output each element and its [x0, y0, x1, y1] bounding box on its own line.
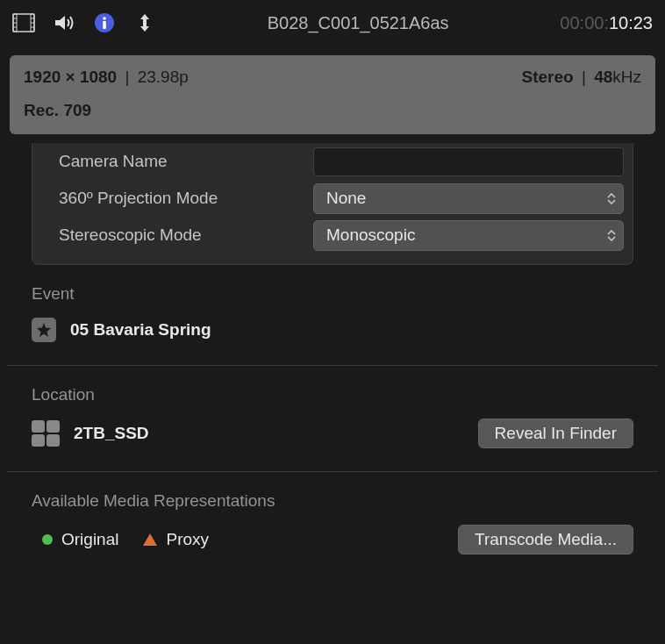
camera-name-row: Camera Name [32, 143, 633, 180]
sample-rate-unit: kHz [612, 68, 641, 86]
clip-title: B028_C001_0521A6as [156, 13, 560, 33]
location-section-title: Location [32, 385, 633, 404]
stereoscopic-mode-label: Stereoscopic Mode [41, 225, 313, 245]
drive-icon [32, 420, 60, 447]
event-section-title: Event [32, 284, 633, 304]
video-format-label: 1920 × 1080 | 23.98p [24, 68, 189, 87]
audio-format-label: Stereo | 48kHz [521, 68, 641, 87]
timecode-inactive: 00:00: [560, 13, 609, 32]
banner-row-1: 1920 × 1080 | 23.98p Stereo | 48kHz [10, 55, 655, 92]
event-section: Event 05 Bavaria Spring [0, 265, 665, 365]
audio-mode-value: Stereo [521, 68, 573, 86]
frame-rate-value: 23.98p [138, 68, 189, 86]
media-reps-list: Original Proxy [32, 530, 209, 549]
location-value-row: 2TB_SSD [32, 420, 149, 447]
chevron-up-down-icon [607, 193, 616, 204]
svg-point-10 [103, 17, 106, 20]
media-reps-title: Available Media Representations [32, 491, 633, 511]
color-space-label: Rec. 709 [10, 92, 655, 134]
info-tab-icon[interactable] [93, 11, 116, 34]
proxy-label: Proxy [166, 530, 209, 549]
location-name: 2TB_SSD [74, 424, 149, 443]
stereoscopic-mode-select[interactable]: Monoscopic [313, 220, 624, 251]
share-tab-icon[interactable] [133, 11, 156, 34]
timecode-display: 00:00:10:23 [560, 13, 653, 33]
projection-mode-row: 360º Projection Mode None [32, 180, 633, 217]
original-label: Original [61, 530, 118, 549]
transcode-media-button[interactable]: Transcode Media... [458, 525, 633, 555]
timecode-active: 10:23 [609, 13, 653, 32]
reveal-in-finder-button[interactable]: Reveal In Finder [478, 419, 633, 448]
event-value-row: 05 Bavaria Spring [32, 318, 211, 342]
status-warning-icon [143, 533, 157, 546]
svg-rect-11 [103, 21, 106, 29]
sample-rate-number: 48 [594, 68, 612, 86]
clip-info-banner: 1920 × 1080 | 23.98p Stereo | 48kHz Rec.… [10, 55, 655, 134]
proxy-media-item: Proxy [143, 530, 209, 549]
event-star-icon [32, 318, 56, 342]
stereoscopic-mode-row: Stereoscopic Mode Monoscopic [32, 217, 633, 254]
inspector-toolbar: B028_C001_0521A6as 00:00:10:23 [0, 0, 665, 46]
stereoscopic-mode-value: Monoscopic [326, 225, 415, 245]
status-available-icon [42, 534, 53, 545]
chevron-up-down-icon [607, 230, 616, 241]
location-section: Location 2TB_SSD Reveal In Finder [0, 366, 665, 471]
event-name: 05 Bavaria Spring [70, 320, 211, 340]
audio-tab-icon[interactable] [53, 11, 75, 34]
projection-mode-label: 360º Projection Mode [41, 189, 313, 208]
camera-name-input[interactable] [313, 147, 624, 176]
metadata-form: Camera Name 360º Projection Mode None St… [32, 143, 633, 265]
projection-mode-select[interactable]: None [313, 183, 624, 214]
toolbar-icon-group [12, 11, 156, 34]
projection-mode-value: None [326, 189, 366, 208]
video-tab-icon[interactable] [12, 11, 35, 34]
original-media-item: Original [42, 530, 118, 549]
resolution-value: 1920 × 1080 [24, 68, 117, 86]
media-representations-section: Available Media Representations Original… [0, 472, 665, 577]
camera-name-label: Camera Name [41, 152, 313, 171]
